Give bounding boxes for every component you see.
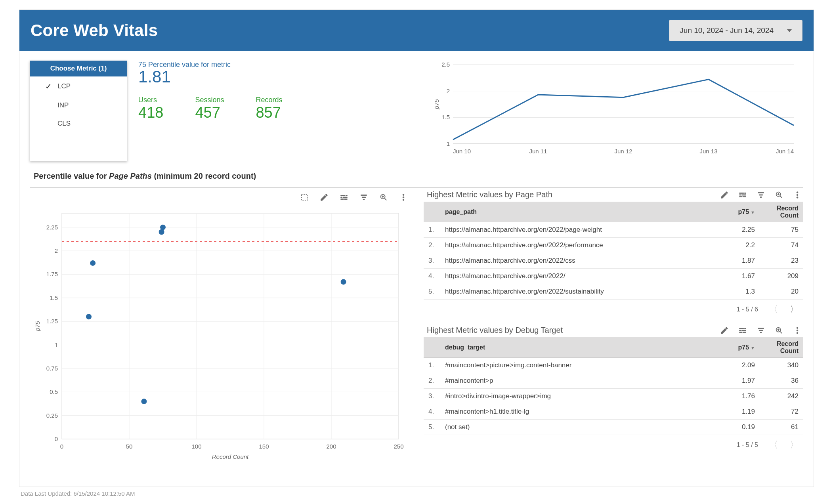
page-path-toolbar [720, 191, 802, 199]
svg-text:2.5: 2.5 [441, 61, 450, 68]
more-icon[interactable] [793, 326, 802, 335]
pager-next[interactable]: 〉 [789, 439, 799, 451]
bottom-row: 05010015020025000.250.50.7511.251.51.752… [19, 188, 814, 487]
debug-target-grid: debug_target p75▼ RecordCount 1.#maincon… [424, 337, 803, 435]
table-row[interactable]: 4.https://almanac.httparchive.org/en/202… [424, 269, 803, 284]
pencil-icon[interactable] [720, 191, 729, 199]
svg-text:1.75: 1.75 [46, 271, 58, 277]
table-row[interactable]: 3.https://almanac.httparchive.org/en/202… [424, 253, 803, 269]
kpi-users-label: Users [138, 96, 163, 104]
table-row[interactable]: 2.https://almanac.httparchive.org/en/202… [424, 238, 803, 253]
svg-text:0: 0 [60, 443, 63, 450]
col-p75[interactable]: p75▼ [716, 337, 760, 358]
kpi-sessions: Sessions 457 [195, 96, 224, 121]
svg-point-76 [797, 327, 798, 329]
more-icon[interactable] [399, 193, 408, 202]
kpi-sessions-value: 457 [195, 104, 224, 121]
svg-point-59 [90, 260, 96, 266]
svg-point-78 [797, 332, 798, 334]
pencil-icon[interactable] [720, 326, 729, 335]
svg-point-58 [159, 229, 164, 235]
svg-text:1.25: 1.25 [46, 318, 58, 325]
p75-value: 1.81 [138, 67, 282, 86]
svg-text:2: 2 [447, 88, 450, 94]
kpi-records-value: 857 [256, 104, 282, 121]
sliders-icon[interactable] [738, 326, 747, 335]
filter-icon[interactable] [359, 193, 368, 202]
section-title: Percentile value for Page Paths (minimum… [19, 161, 814, 185]
metric-option-label: CLS [57, 120, 71, 128]
pager-range: 1 - 5 / 6 [737, 306, 758, 313]
table-row[interactable]: 1.https://almanac.httparchive.org/en/202… [424, 222, 803, 238]
date-range-picker[interactable]: Jun 10, 2024 - Jun 14, 2024 [669, 20, 802, 41]
pager-prev[interactable]: 〈 [768, 439, 779, 451]
svg-text:1: 1 [447, 140, 450, 147]
table-row[interactable]: 1.#maincontent>picture>img.content-banne… [424, 358, 803, 373]
metric-option-inp[interactable]: INP [30, 96, 127, 115]
table-row[interactable]: 5.https://almanac.httparchive.org/en/202… [424, 284, 803, 300]
svg-line-17 [385, 199, 387, 200]
filter-icon[interactable] [757, 326, 765, 335]
svg-point-57 [160, 225, 166, 230]
sliders-icon[interactable] [340, 193, 348, 202]
kpi-sessions-label: Sessions [195, 96, 224, 104]
svg-point-61 [86, 314, 92, 319]
metric-option-label: INP [57, 101, 69, 109]
top-row: Choose Metric (1) ✓LCPINPCLS 75 Percenti… [19, 51, 814, 161]
col-p75[interactable]: p75▼ [716, 202, 760, 222]
filter-icon[interactable] [757, 191, 765, 199]
col-record-count[interactable]: RecordCount [760, 202, 803, 222]
zoom-icon[interactable] [775, 191, 783, 199]
section-title-em: Page Paths [109, 172, 152, 180]
svg-text:0: 0 [55, 435, 58, 442]
metric-picker: Choose Metric (1) ✓LCPINPCLS [30, 61, 127, 161]
pager-prev[interactable]: 〈 [768, 304, 779, 315]
kpi-records: Records 857 [256, 96, 282, 121]
tables-column: Highest Metric values by Page Path page_… [424, 189, 803, 483]
pager-next[interactable]: 〉 [789, 304, 799, 315]
svg-text:Jun 13: Jun 13 [699, 148, 717, 155]
line-chart: 11.522.5Jun 10Jun 11Jun 12Jun 13Jun 14p7… [428, 61, 803, 161]
kpi-users: Users 418 [138, 96, 163, 121]
svg-line-66 [780, 196, 782, 198]
svg-text:200: 200 [326, 443, 336, 450]
pencil-icon[interactable] [320, 193, 329, 202]
select-area-icon[interactable] [300, 193, 309, 202]
svg-rect-15 [302, 195, 308, 200]
svg-text:Jun 10: Jun 10 [453, 148, 471, 155]
svg-point-71 [797, 197, 798, 199]
table-row[interactable]: 3.#intro>div.intro-image-wrapper>img1.76… [424, 389, 803, 404]
zoom-icon[interactable] [379, 193, 388, 202]
chevron-down-icon [787, 29, 792, 32]
left-top: Choose Metric (1) ✓LCPINPCLS 75 Percenti… [30, 61, 418, 161]
table-row[interactable]: 4.#maincontent>h1.title.title-lg1.1972 [424, 404, 803, 420]
zoom-icon[interactable] [775, 326, 783, 335]
svg-line-73 [780, 332, 782, 334]
table-row[interactable]: 2.#maincontent>p1.9736 [424, 373, 803, 389]
svg-text:0.75: 0.75 [46, 365, 58, 372]
svg-text:100: 100 [191, 443, 201, 450]
svg-point-60 [341, 279, 346, 284]
col-debug-target[interactable]: debug_target [440, 337, 716, 358]
svg-text:Jun 11: Jun 11 [529, 148, 547, 155]
more-icon[interactable] [793, 191, 802, 199]
metric-option-lcp[interactable]: ✓LCP [30, 76, 127, 96]
svg-text:p75: p75 [34, 321, 41, 332]
col-record-count[interactable]: RecordCount [760, 337, 803, 358]
page-title: Core Web Vitals [31, 21, 158, 40]
scatter-toolbar [30, 189, 411, 205]
svg-text:1: 1 [55, 342, 58, 348]
col-page-path[interactable]: page_path [440, 202, 716, 222]
svg-text:Jun 12: Jun 12 [614, 148, 632, 155]
header-bar: Core Web Vitals Jun 10, 2024 - Jun 14, 2… [19, 10, 814, 51]
metric-option-cls[interactable]: CLS [30, 115, 127, 133]
svg-text:1.5: 1.5 [50, 294, 58, 301]
sliders-icon[interactable] [738, 191, 747, 199]
metric-option-label: LCP [57, 82, 71, 90]
svg-point-20 [403, 194, 404, 196]
table-row[interactable]: 5.(not set)0.1961 [424, 420, 803, 435]
debug-target-table: Highest Metric values by Debug Target de… [424, 325, 803, 451]
svg-text:Record Count: Record Count [212, 453, 249, 460]
svg-text:p75: p75 [433, 99, 440, 110]
debug-target-table-title: Highest Metric values by Debug Target [427, 326, 563, 335]
